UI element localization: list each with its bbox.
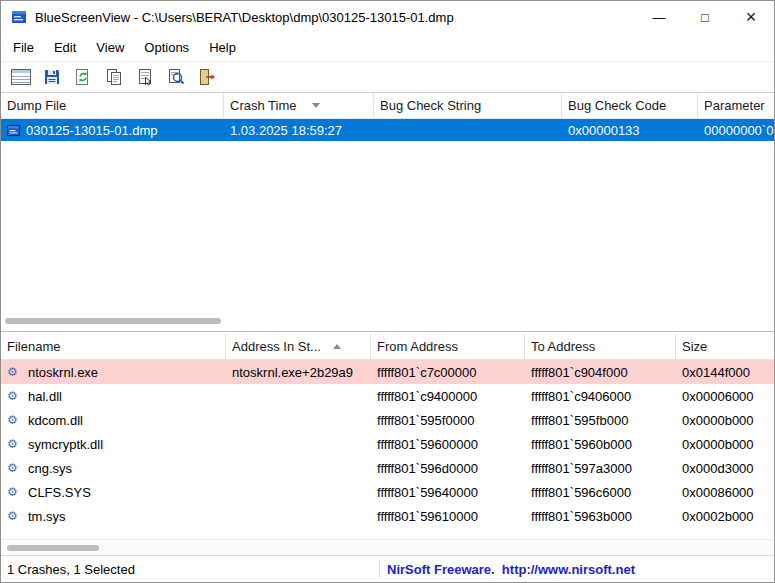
crash-list-pane: Dump File Crash Time Bug Check String Bu… [1,93,774,329]
menu-file[interactable]: File [3,35,44,60]
filename: symcryptk.dll [28,437,103,452]
lower-scrollbar-thumb[interactable] [7,545,99,551]
sort-descending-icon [312,103,320,108]
status-bar: 1 Crashes, 1 Selected NirSoft Freeware. … [1,555,774,582]
status-crash-count: 1 Crashes, 1 Selected [1,562,135,577]
copy-button[interactable] [102,65,126,89]
find-button[interactable] [164,65,188,89]
status-divider [379,560,380,578]
to-address-cell: fffff801`c9406000 [525,389,676,404]
filename-cell: ⚙CLFS.SYS [1,485,226,500]
filename-cell: ⚙tm.sys [1,509,226,524]
filename: ntoskrnl.exe [28,365,98,380]
lower-horizontal-scrollbar[interactable] [1,539,774,555]
table-row[interactable]: ⚙tm.sys fffff801`59610000 fffff801`5963b… [1,504,774,528]
upper-scrollbar-thumb[interactable] [5,318,221,324]
column-header-parameter[interactable]: Parameter [698,93,774,118]
filename: cng.sys [28,461,72,476]
size-cell: 0x0144f000 [676,365,774,380]
column-header-bug-check-string[interactable]: Bug Check String [374,93,562,118]
properties-button[interactable] [133,65,157,89]
menu-bar: File Edit View Options Help [1,33,774,61]
minimize-button[interactable]: — [636,1,682,33]
column-label: To Address [531,339,595,354]
maximize-button[interactable]: □ [682,1,728,33]
driver-icon: ⚙ [7,438,22,450]
filename: tm.sys [28,509,66,524]
toolbar [1,61,774,93]
to-address-cell: fffff801`596c6000 [525,485,676,500]
crash-list-empty-area [1,141,774,313]
from-address-cell: fffff801`59600000 [371,437,525,452]
menu-edit[interactable]: Edit [44,35,86,60]
filename-cell: ⚙cng.sys [1,461,226,476]
splitter-line [1,331,774,332]
close-button[interactable]: × [728,1,774,33]
menu-view[interactable]: View [86,35,134,60]
column-label: From Address [377,339,458,354]
column-header-crash-time[interactable]: Crash Time [224,93,374,118]
menu-options[interactable]: Options [134,35,199,60]
from-address-cell: fffff801`c7c00000 [371,365,525,380]
title-bar: BlueScreenView - C:\Users\BERAT\Desktop\… [1,1,774,33]
driver-icon: ⚙ [7,366,22,378]
driver-list-pane: Filename Address In St... From Address T… [1,334,774,555]
size-cell: 0x0000b000 [676,413,774,428]
driver-icon: ⚙ [7,462,22,474]
column-header-from-address[interactable]: From Address [371,334,525,359]
app-icon [11,9,27,25]
table-row[interactable]: ⚙cng.sys fffff801`596d0000 fffff801`597a… [1,456,774,480]
column-header-bug-check-code[interactable]: Bug Check Code [562,93,698,118]
sort-ascending-icon [333,344,341,349]
filename: CLFS.SYS [28,485,91,500]
table-row[interactable]: ⚙hal.dll fffff801`c9400000 fffff801`c940… [1,384,774,408]
size-cell: 0x000d3000 [676,461,774,476]
column-label: Size [682,339,707,354]
table-row[interactable]: ⚙symcryptk.dll fffff801`59600000 fffff80… [1,432,774,456]
from-address-cell: fffff801`59610000 [371,509,525,524]
driver-icon: ⚙ [7,486,22,498]
column-label: Bug Check String [380,98,481,113]
bug-check-code-cell: 0x00000133 [562,123,698,138]
filename-cell: ⚙kdcom.dll [1,413,226,428]
crash-time-cell: 1.03.2025 18:59:27 [224,123,374,138]
upper-horizontal-scrollbar[interactable] [1,313,774,329]
column-label: Crash Time [230,98,296,113]
menu-help[interactable]: Help [199,35,246,60]
column-header-filename[interactable]: Filename [1,334,226,359]
to-address-cell: fffff801`595fb000 [525,413,676,428]
crash-row-selected[interactable]: 030125-13015-01.dmp 1.03.2025 18:59:27 0… [1,119,774,141]
column-label: Dump File [7,98,66,113]
to-address-cell: fffff801`597a3000 [525,461,676,476]
from-address-cell: fffff801`59640000 [371,485,525,500]
table-row[interactable]: ⚙kdcom.dll fffff801`595f0000 fffff801`59… [1,408,774,432]
crash-list-header: Dump File Crash Time Bug Check String Bu… [1,93,774,119]
to-address-cell: fffff801`5963b000 [525,509,676,524]
table-row[interactable]: ⚙CLFS.SYS fffff801`59640000 fffff801`596… [1,480,774,504]
driver-list-empty-area [1,528,774,539]
column-header-to-address[interactable]: To Address [525,334,676,359]
report-button[interactable] [9,65,33,89]
column-header-size[interactable]: Size [676,334,774,359]
dump-file-name: 030125-13015-01.dmp [26,123,158,138]
driver-icon: ⚙ [7,414,22,426]
driver-icon: ⚙ [7,390,22,402]
table-row[interactable]: ⚙ntoskrnl.exe ntoskrnl.exe+2b29a9 fffff8… [1,360,774,384]
driver-icon: ⚙ [7,510,22,522]
column-header-address-in-stack[interactable]: Address In St... [226,334,371,359]
save-button[interactable] [40,65,64,89]
window-controls: — □ × [636,1,774,33]
to-address-cell: fffff801`5960b000 [525,437,676,452]
nirsoft-link[interactable]: NirSoft Freeware. http://www.nirsoft.net [387,562,635,577]
refresh-button[interactable] [71,65,95,89]
size-cell: 0x0002b000 [676,509,774,524]
to-address-cell: fffff801`c904f000 [525,365,676,380]
column-label: Address In St... [232,339,321,354]
column-header-dump-file[interactable]: Dump File [1,93,224,118]
filename-cell: ⚙ntoskrnl.exe [1,365,226,380]
from-address-cell: fffff801`c9400000 [371,389,525,404]
filename-cell: ⚙hal.dll [1,389,226,404]
size-cell: 0x00006000 [676,389,774,404]
column-label: Filename [7,339,60,354]
exit-button[interactable] [195,65,219,89]
